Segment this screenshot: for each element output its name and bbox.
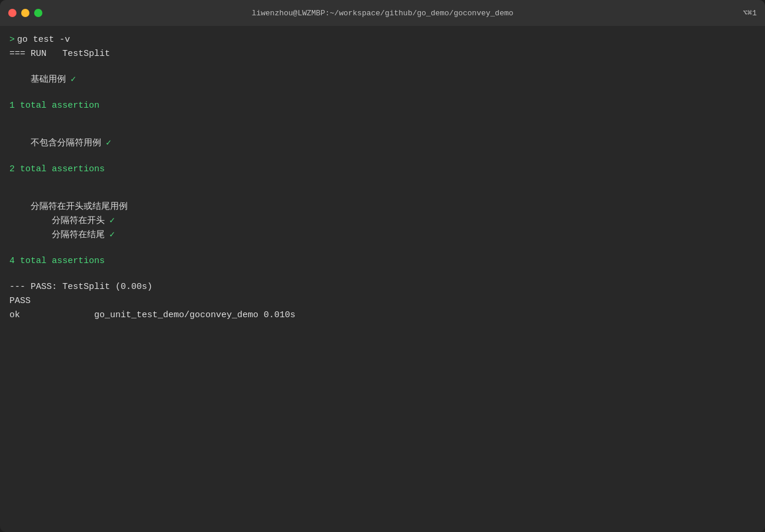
command-text: go test -v <box>17 33 70 47</box>
keyboard-shortcut: ⌥⌘1 <box>743 8 757 18</box>
test-case-3-parent-line: 分隔符在开头或结尾用例 <box>9 200 756 214</box>
test-case-1-label: 基础用例 <box>31 73 66 87</box>
pass-word: PASS <box>9 294 31 308</box>
window-title: liwenzhou@LWZMBP:~/workspace/github/go_d… <box>252 9 514 18</box>
test-case-2-line: 不包含分隔符用例 ✓ <box>9 137 756 151</box>
terminal-body[interactable]: > go test -v === RUN TestSplit 基础用例 ✓ 1 … <box>0 26 765 532</box>
close-button[interactable] <box>8 9 16 17</box>
blank-8 <box>9 242 756 254</box>
assertion-1-text: 1 total assertion <box>9 99 99 113</box>
run-line: === RUN TestSplit <box>9 47 756 61</box>
pass-line-text: --- PASS: TestSplit (0.00s) <box>9 280 152 294</box>
check-3a: ✓ <box>109 214 115 228</box>
assertion-3-line: 4 total assertions <box>9 254 756 268</box>
pass-word-line: PASS <box>9 294 756 308</box>
blank-2 <box>9 87 756 99</box>
blank-9 <box>9 268 756 280</box>
blank-4 <box>9 125 756 137</box>
assertion-2-line: 2 total assertions <box>9 162 756 177</box>
maximize-button[interactable] <box>34 9 42 17</box>
check-3b: ✓ <box>109 228 115 242</box>
ok-line: ok go_unit_test_demo/goconvey_demo 0.010… <box>9 308 756 322</box>
pass-line: --- PASS: TestSplit (0.00s) <box>9 280 756 294</box>
blank-7 <box>9 188 756 200</box>
test-case-3a-line: 分隔符在开头 ✓ <box>9 214 756 228</box>
run-text: === RUN TestSplit <box>9 47 110 61</box>
assertion-3-text: 4 total assertions <box>9 254 105 268</box>
blank-6 <box>9 177 756 188</box>
test-case-3a-label: 分隔符在开头 <box>52 214 105 228</box>
titlebar: liwenzhou@LWZMBP:~/workspace/github/go_d… <box>0 0 765 26</box>
test-case-3b-line: 分隔符在结尾 ✓ <box>9 228 756 242</box>
ok-line-text: ok go_unit_test_demo/goconvey_demo 0.010… <box>9 308 295 322</box>
blank-3 <box>9 113 756 125</box>
traffic-lights <box>8 9 42 17</box>
command-line: > go test -v <box>9 33 756 47</box>
minimize-button[interactable] <box>21 9 29 17</box>
check-1: ✓ <box>71 73 76 87</box>
test-case-3-parent-label: 分隔符在开头或结尾用例 <box>31 200 128 214</box>
prompt-symbol: > <box>9 33 15 47</box>
test-case-2-label: 不包含分隔符用例 <box>31 137 101 151</box>
terminal-window: liwenzhou@LWZMBP:~/workspace/github/go_d… <box>0 0 765 532</box>
test-case-3b-label: 分隔符在结尾 <box>52 228 105 242</box>
check-2: ✓ <box>106 137 111 151</box>
assertion-2-text: 2 total assertions <box>9 162 105 177</box>
blank-5 <box>9 151 756 162</box>
assertion-1-line: 1 total assertion <box>9 99 756 113</box>
test-case-1-line: 基础用例 ✓ <box>9 73 756 87</box>
blank-1 <box>9 61 756 73</box>
